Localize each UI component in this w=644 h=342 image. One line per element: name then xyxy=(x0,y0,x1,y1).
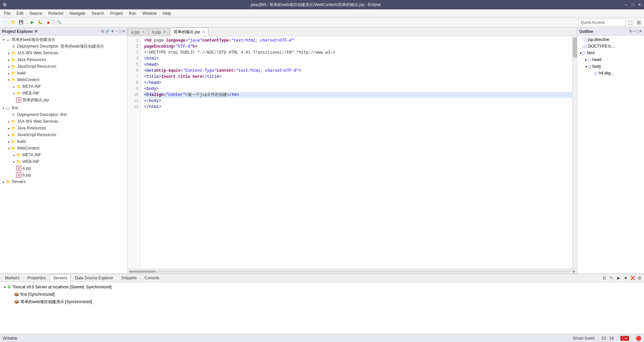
outline-toggle-2[interactable]: ▾ xyxy=(580,51,582,55)
editor-tab-b-jsp[interactable]: b.jsp✕ xyxy=(149,28,169,36)
bottom-panel-icon-1[interactable]: ↻ xyxy=(608,275,614,281)
tree-item-proj2[interactable]: ▾🗂first xyxy=(0,105,127,111)
menu-item-refactor[interactable]: Refactor xyxy=(46,10,66,16)
tree-item-dd2[interactable]: ⚙Deployment Descriptor: first xyxy=(0,111,127,118)
menu-item-project[interactable]: Project xyxy=(108,10,125,16)
menu-item-edit[interactable]: Edit xyxy=(14,10,26,16)
toolbar-save[interactable]: 💾 xyxy=(17,19,25,26)
toolbar-perspective-1[interactable]: ⬚ xyxy=(627,19,634,26)
tree-item-java2[interactable]: ▸📁Java Resources xyxy=(0,125,127,131)
maximize-panel-icon[interactable]: □ xyxy=(119,29,121,34)
outline-item-4[interactable]: ▾◻body xyxy=(577,63,644,70)
code-line-11[interactable]: </body> xyxy=(144,98,574,104)
editor-scrollbar-vertical[interactable] xyxy=(572,36,577,269)
bottom-panel-icon-0[interactable]: ⊟ xyxy=(601,275,607,281)
toolbar-debug[interactable]: 🐛 xyxy=(37,19,44,26)
h-scrollbar-thumb[interactable] xyxy=(129,271,156,273)
bottom-tab-servers[interactable]: Servers xyxy=(50,274,71,282)
tab-close-a-jsp[interactable]: ✕ xyxy=(142,30,145,34)
bottom-tab-markers[interactable]: Markers xyxy=(1,274,23,282)
close-button[interactable]: ✕ xyxy=(638,2,641,7)
tree-item-build2[interactable]: ▸📁build xyxy=(0,138,127,145)
code-line-8[interactable]: </head> xyxy=(144,80,574,86)
bottom-panel-icon-4[interactable]: ❌ xyxy=(630,275,636,281)
code-line-7[interactable]: <title>Insert title here</title> xyxy=(144,74,574,80)
outline-item-2[interactable]: ▾◻html xyxy=(577,50,644,56)
outline-toggle-3[interactable]: ▸ xyxy=(585,58,587,62)
collapse-all-icon[interactable]: ⊟ xyxy=(101,29,104,34)
toolbar-run[interactable]: ▶ xyxy=(29,19,36,26)
tree-item-bjsp[interactable]: Jb.jsp xyxy=(0,172,127,178)
tree-item-java1[interactable]: ▸📁Java Resources xyxy=(0,56,127,63)
bottom-tab-snippets[interactable]: Snippets xyxy=(117,274,141,282)
tree-toggle[interactable]: ▸ xyxy=(12,92,16,95)
outline-item-1[interactable]: ◻DOCTYPE:h... xyxy=(577,43,644,50)
outline-item-0[interactable]: ⬡jsp:directive xyxy=(577,36,644,43)
minimize-panel-icon[interactable]: ─ xyxy=(115,29,118,34)
toolbar-search[interactable]: 🔍 xyxy=(56,19,63,26)
tree-item-jax1[interactable]: ▸📁JAX-WS Web Services xyxy=(0,50,127,56)
maximize-button[interactable]: □ xyxy=(632,2,634,7)
tree-item-webinf2[interactable]: ▸📁WEB-INF xyxy=(0,158,127,165)
server-item-0[interactable]: ▾🖥Tomcat v9.0 Server at localhost [Start… xyxy=(3,283,641,291)
tree-toggle[interactable]: ▸ xyxy=(7,133,11,137)
bottom-panel-icon-5[interactable]: ⊞ xyxy=(637,275,643,281)
menu-item-run[interactable]: Run xyxy=(126,10,139,16)
code-line-2[interactable]: pageEncoding="UTF-8"%> xyxy=(144,44,574,50)
tree-toggle[interactable]: ▸ xyxy=(7,58,11,62)
tree-toggle[interactable]: ▸ xyxy=(1,180,5,184)
tree-toggle[interactable]: ▾ xyxy=(1,38,5,42)
tree-item-webinf1[interactable]: ▸📁WEB-INF xyxy=(0,90,127,97)
bottom-tab-data-source-explorer[interactable]: Data Source Explorer xyxy=(71,274,117,282)
toolbar-stop[interactable]: ■ xyxy=(45,19,52,26)
quick-access-input[interactable]: Quick Access xyxy=(578,19,625,26)
close-panel-icon[interactable]: ✕ xyxy=(122,29,125,34)
editor-tab-a-jsp[interactable]: a.jsp✕ xyxy=(127,28,148,36)
outline-minimize-icon[interactable]: ─ xyxy=(633,29,636,34)
tree-item-ajsp[interactable]: Ja.jsp xyxy=(0,165,127,172)
outline-toggle-4[interactable]: ▾ xyxy=(585,65,587,68)
code-editor[interactable]: <%@ page language="java" contentType="te… xyxy=(141,36,577,269)
tree-item-js2[interactable]: ▸📁JavaScript Resources xyxy=(0,131,127,138)
tree-toggle[interactable]: ▾ xyxy=(1,106,5,110)
tab-close-简单的输出-jsp[interactable]: ✕ xyxy=(202,30,205,34)
tree-item-jsp1[interactable]: J简单的输出.jsp xyxy=(0,97,127,103)
tree-item-webcontent2[interactable]: ▾📁WebContent xyxy=(0,145,127,152)
toolbar-perspective-2[interactable]: ⊞ xyxy=(635,19,643,26)
bottom-panel-icon-3[interactable]: ■ xyxy=(623,275,629,281)
code-line-1[interactable]: <%@ page language="java" contentType="te… xyxy=(144,38,574,44)
tree-item-dd1[interactable]: ⚙Deployment Descriptor: 简单的web项目创建演示 xyxy=(0,43,127,50)
tree-toggle[interactable]: ▾ xyxy=(7,78,11,82)
tree-toggle[interactable]: ▸ xyxy=(12,85,16,89)
tree-item-jax2[interactable]: ▸📁JAX-WS Web Services xyxy=(0,118,127,125)
tree-toggle[interactable]: ▸ xyxy=(7,51,11,55)
menu-item-source[interactable]: Source xyxy=(27,10,45,16)
code-line-6[interactable]: <meta http-equiv="Content-Type" content=… xyxy=(144,68,574,74)
tree-toggle[interactable]: ▸ xyxy=(7,71,11,75)
menu-item-search[interactable]: Search xyxy=(89,10,107,16)
code-line-5[interactable]: <head> xyxy=(144,62,574,68)
code-line-3[interactable]: <!DOCTYPE html PUBLIC "-//W3C//DTD HTML … xyxy=(144,50,574,56)
outline-item-5[interactable]: ◻h4 alig... xyxy=(577,70,644,76)
link-editor-icon[interactable]: 🔗 xyxy=(105,29,110,34)
tree-toggle[interactable]: ▾ xyxy=(7,147,11,150)
tree-item-js1[interactable]: ▸📁JavaScript Resources xyxy=(0,63,127,70)
tree-item-webcontent1[interactable]: ▾📁WebContent xyxy=(0,76,127,83)
bottom-panel-icon-2[interactable]: ▶ xyxy=(615,275,622,281)
toolbar-open[interactable]: 📁 xyxy=(9,19,17,26)
minimize-button[interactable]: ─ xyxy=(625,2,628,7)
outline-maximize-icon[interactable]: □ xyxy=(636,29,638,34)
code-line-4[interactable]: <html> xyxy=(144,56,574,62)
code-line-9[interactable]: <body> xyxy=(144,86,574,92)
tree-toggle[interactable]: ▸ xyxy=(7,126,11,130)
scroll-right-arrow[interactable]: ▶ xyxy=(573,269,576,274)
scrollbar-thumb[interactable] xyxy=(573,38,577,58)
tree-item-meta1[interactable]: ▸📁META-INF xyxy=(0,83,127,90)
tree-toggle[interactable]: ▸ xyxy=(7,65,11,68)
tree-item-proj1[interactable]: ▾🗂简单的web项目创建演示 xyxy=(0,36,127,43)
tree-toggle[interactable]: ▸ xyxy=(7,140,11,144)
bottom-tab-console[interactable]: Console xyxy=(141,274,163,282)
tab-close-b-jsp[interactable]: ✕ xyxy=(163,30,166,34)
tree-item-servers[interactable]: ▸📁Servers xyxy=(0,178,127,185)
code-line-12[interactable]: </html> xyxy=(144,104,574,110)
